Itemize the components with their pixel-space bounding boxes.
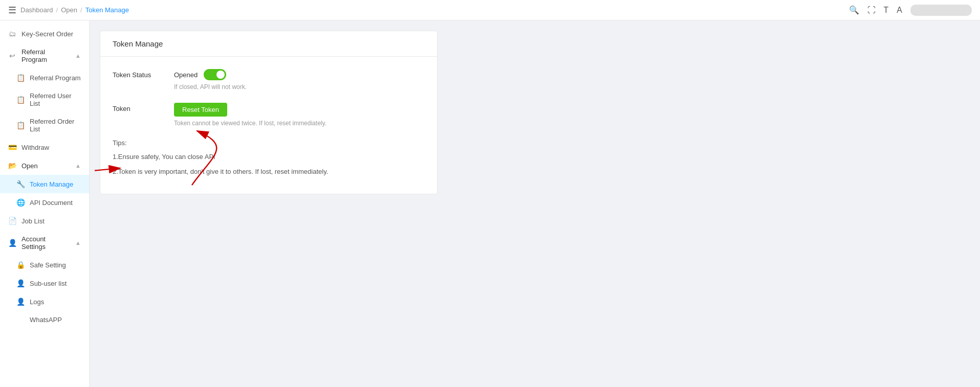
breadcrumb: Dashboard / Open / Token Manage	[20, 6, 129, 14]
sidebar-label-withdraw: Withdraw	[21, 144, 49, 151]
token-row: Token Reset Token Token cannot be viewed…	[113, 103, 425, 127]
sidebar-label-referred-order-list: Referred Order List	[30, 118, 81, 133]
sidebar-item-whatsapp[interactable]: WhatsAPP	[0, 311, 89, 329]
toggle-thumb	[216, 71, 225, 79]
breadcrumb-dashboard[interactable]: Dashboard	[20, 6, 53, 14]
breadcrumb-sep2: /	[80, 6, 82, 14]
layout: 🗂 Key-Secret Order ↩ Referral Program ▲ …	[0, 20, 980, 387]
sidebar-account-sub: 🔒 Safe Setting 👤 Sub-user list 👤 Logs Wh…	[0, 256, 89, 329]
token-manage-icon: 🔧	[16, 180, 25, 188]
sidebar-label-whatsapp: WhatsAPP	[30, 316, 62, 324]
sidebar-item-referral-program-header[interactable]: ↩ Referral Program ▲	[0, 43, 89, 69]
api-doc-icon: 🌐	[16, 198, 25, 207]
token-status-toggle[interactable]	[204, 69, 226, 80]
sidebar: 🗂 Key-Secret Order ↩ Referral Program ▲ …	[0, 20, 90, 387]
sidebar-item-referred-user-list[interactable]: 📋 Referred User List	[0, 87, 89, 112]
sidebar-item-referral-program-sub[interactable]: 📋 Referral Program	[0, 69, 89, 87]
sidebar-referral-sub: 📋 Referral Program 📋 Referred User List …	[0, 69, 89, 138]
hamburger-icon[interactable]: ☰	[8, 5, 16, 16]
sidebar-label-job-list: Job List	[21, 217, 45, 225]
sidebar-item-logs[interactable]: 👤 Logs	[0, 292, 89, 311]
sidebar-item-withdraw[interactable]: 💳 Withdraw	[0, 138, 89, 156]
translate-icon[interactable]: A	[897, 6, 902, 15]
token-content: Reset Token Token cannot be viewed twice…	[174, 103, 425, 127]
breadcrumb-open[interactable]: Open	[61, 6, 77, 14]
fullscreen-icon[interactable]: ⛶	[867, 6, 876, 15]
sidebar-label-logs: Logs	[30, 298, 44, 306]
breadcrumb-sep1: /	[56, 6, 58, 14]
card-body: Token Status Opened If closed, API	[100, 57, 437, 194]
token-status-content: Opened If closed, API will not work.	[174, 69, 425, 90]
reset-token-button[interactable]: Reset Token	[174, 103, 227, 117]
withdraw-icon: 💳	[8, 143, 16, 151]
status-row: Opened	[174, 69, 425, 80]
chevron-up-open-icon: ▲	[75, 163, 81, 169]
main-content: Token Manage Token Status Opened	[90, 20, 980, 204]
referral-sub-icon: 📋	[16, 74, 25, 82]
breadcrumb-current: Token Manage	[85, 6, 129, 14]
sidebar-label-open: Open	[21, 162, 38, 170]
sidebar-item-account-settings-header[interactable]: 👤 Account Settings ▲	[0, 230, 89, 256]
sidebar-label-referral-program-sub: Referral Program	[30, 74, 81, 82]
status-value: Opened	[174, 71, 198, 79]
sidebar-label-api-document: API Document	[30, 199, 73, 207]
tips-title: Tips:	[113, 139, 425, 147]
sidebar-item-referred-order-list[interactable]: 📋 Referred Order List	[0, 112, 89, 138]
referred-order-icon: 📋	[16, 121, 25, 129]
tips-item-1: 1.Ensure safety, You can close API	[113, 152, 425, 163]
sidebar-item-open-header[interactable]: 📂 Open ▲	[0, 156, 89, 175]
sidebar-item-api-document[interactable]: 🌐 API Document	[0, 193, 89, 212]
referred-user-icon: 📋	[16, 96, 25, 104]
tips-item-2: 2.Token is very important, don't give it…	[113, 167, 425, 177]
sidebar-item-safe-setting[interactable]: 🔒 Safe Setting	[0, 256, 89, 274]
chevron-up-account-icon: ▲	[75, 240, 81, 246]
sidebar-item-token-manage[interactable]: 🔧 Token Manage	[0, 175, 89, 193]
sidebar-label-account-settings: Account Settings	[21, 235, 70, 251]
chevron-up-icon: ▲	[75, 53, 81, 59]
sidebar-item-key-secret-order[interactable]: 🗂 Key-Secret Order	[0, 25, 89, 43]
referral-icon: ↩	[8, 52, 16, 60]
token-label: Token	[113, 103, 174, 112]
search-icon[interactable]: 🔍	[849, 5, 859, 15]
main-area: Token Manage Token Status Opened	[90, 20, 980, 387]
sidebar-item-sub-user-list[interactable]: 👤 Sub-user list	[0, 274, 89, 292]
sidebar-open-sub: 🔧 Token Manage 🌐 API Document	[0, 175, 89, 212]
card-title: Token Manage	[100, 31, 437, 57]
job-list-icon: 📄	[8, 217, 16, 225]
sidebar-label-sub-user-list: Sub-user list	[30, 280, 67, 287]
tips-section: Tips: 1.Ensure safety, You can close API…	[113, 139, 425, 177]
key-secret-icon: 🗂	[8, 30, 16, 38]
top-header: ☰ Dashboard / Open / Token Manage 🔍 ⛶ T …	[0, 0, 980, 20]
sidebar-label-safe-setting: Safe Setting	[30, 261, 66, 269]
sub-user-icon: 👤	[16, 279, 25, 287]
token-manage-card: Token Manage Token Status Opened	[100, 31, 438, 194]
sidebar-item-job-list[interactable]: 📄 Job List	[0, 212, 89, 230]
header-right: 🔍 ⛶ T A	[849, 5, 972, 16]
status-hint: If closed, API will not work.	[174, 83, 425, 90]
toggle-track	[204, 69, 226, 80]
logs-icon: 👤	[16, 298, 25, 306]
sidebar-label-referred-user-list: Referred User List	[30, 92, 81, 107]
safe-setting-icon: 🔒	[16, 261, 25, 269]
token-hint: Token cannot be viewed twice. If lost, r…	[174, 120, 425, 127]
token-status-row: Token Status Opened If closed, API	[113, 69, 425, 90]
sidebar-label-token-manage: Token Manage	[30, 180, 73, 188]
token-status-label: Token Status	[113, 69, 174, 79]
account-settings-icon: 👤	[8, 239, 16, 247]
font-icon[interactable]: T	[884, 6, 889, 15]
sidebar-label-referral-program: Referral Program	[21, 48, 70, 63]
open-icon: 📂	[8, 162, 16, 170]
user-area[interactable]	[910, 5, 972, 16]
sidebar-label-key-secret-order: Key-Secret Order	[21, 30, 73, 38]
header-left: ☰ Dashboard / Open / Token Manage	[8, 5, 129, 16]
